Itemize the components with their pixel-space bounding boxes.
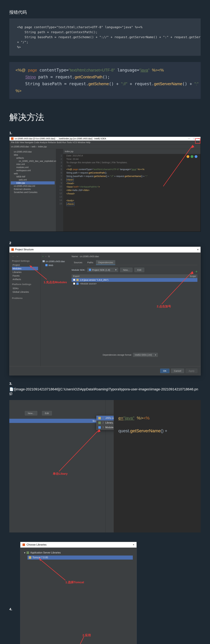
ide-title: cn.t2085.ch03.dao [D:\cn.t2085.ch03.dao]…: [15, 138, 106, 140]
tree-item[interactable]: cn.t2085.ch03.dao: [11, 150, 55, 153]
editor-tab[interactable]: index.jsp: [65, 150, 73, 153]
new-sdk-button[interactable]: New...: [120, 268, 132, 272]
annotation-tomcat: 1.选择Tomcat: [65, 580, 84, 584]
tree-item[interactable]: idea: [11, 153, 55, 156]
tomcat-item[interactable]: Tomcat 7.0.85: [27, 556, 133, 560]
tree-item[interactable]: workspace.xml: [11, 169, 55, 172]
nav-modules[interactable]: Modules: [12, 267, 38, 270]
dialog-title: Project Structure: [15, 248, 34, 251]
add-icon[interactable]: +: [42, 255, 44, 258]
tree-item[interactable]: web: [11, 172, 55, 175]
step3-editor-snippet: e="java" %><% quest.getServerName() +: [114, 400, 201, 532]
forward-icon[interactable]: →: [16, 255, 18, 258]
remove-icon[interactable]: −: [45, 255, 47, 258]
folder-icon: [43, 260, 45, 262]
tree-item[interactable]: Scratches and Consoles: [11, 191, 55, 194]
dep-checkbox[interactable]: [73, 282, 75, 284]
module-icon: [76, 282, 79, 285]
status-info-icon: [195, 155, 198, 158]
app-icon: [11, 138, 13, 140]
new-button[interactable]: New...: [25, 411, 37, 416]
dialog-icon: [11, 248, 14, 251]
tree-item[interactable]: index.jsp: [11, 181, 55, 184]
step-1-number: 1.: [9, 131, 201, 135]
back-icon[interactable]: ←: [12, 255, 14, 258]
tab-dependencies[interactable]: Dependencies: [96, 260, 115, 265]
dialog-titlebar: Project Structure ×: [9, 247, 201, 252]
ide-menu-bar[interactable]: File Edit View Navigate Code Analyze Ref…: [9, 140, 201, 144]
nav-group-project: Project Settings: [12, 260, 38, 262]
tree-item[interactable]: misc.xml: [11, 163, 55, 166]
sdk-icon: [89, 269, 91, 271]
ide-window: cn.t2085.ch03.dao [D:\cn.t2085.ch03.dao]…: [9, 136, 201, 232]
red-arrow-tomcat: [37, 557, 69, 582]
add-dependency-button[interactable]: +: [195, 270, 198, 274]
apply-button[interactable]: Apply: [186, 368, 198, 373]
cl-close-icon[interactable]: ×: [133, 543, 134, 546]
lib-icon: [98, 422, 101, 424]
step-3-number: 3.: [9, 382, 201, 386]
ps-sidebar[interactable]: ←→ Project Settings Project Modules Libr…: [9, 252, 41, 366]
tree-item[interactable]: External Libraries: [11, 188, 55, 191]
module-icon: [98, 426, 101, 429]
nav-libraries[interactable]: Libraries: [12, 270, 38, 274]
dialog-close-icon[interactable]: ×: [197, 248, 199, 251]
sdk-select[interactable]: Project SDK (1.8)▾: [87, 268, 118, 272]
module-web[interactable]: Web: [41, 263, 69, 267]
image-path-text: 📄![image-20210914210718646](C:\Users\O2\…: [9, 387, 201, 395]
module-item[interactable]: cn.t2085.ch03.dao: [41, 260, 69, 263]
dependency-row[interactable]: 1.8 (java version "1.8.0_291"): [72, 278, 198, 282]
scope-header: Scope: [190, 275, 196, 278]
module-list[interactable]: +−⧉ cn.t2085.ch03.dao Web: [41, 252, 69, 366]
lib-group[interactable]: ▾Application Server Libraries: [24, 551, 133, 555]
tree-item[interactable]: WEB-INF: [11, 175, 55, 178]
ok-button[interactable]: OK: [160, 368, 169, 373]
cl-titlebar: Choose Libraries ×: [20, 542, 136, 548]
minimize-icon[interactable]: —: [188, 138, 190, 140]
nav-group-platform: Platform Settings: [12, 283, 38, 286]
annotation-apply: 2.应用: [83, 633, 91, 637]
cancel-button[interactable]: Cancel: [171, 368, 184, 373]
tree-item[interactable]: web.xml: [11, 178, 55, 181]
project-tree[interactable]: cn.t2085.ch03.daoideaartifactscn_t2085_c…: [9, 149, 56, 232]
edit-sdk-button[interactable]: Edit: [134, 268, 144, 272]
name-label: Name:: [72, 255, 79, 258]
tree-item[interactable]: cn.t2085.ch03.dao.iml: [11, 184, 55, 188]
error-code-block: <%@ page contentType="text/html;charset=…: [9, 18, 201, 56]
dep-checkbox[interactable]: [73, 279, 75, 281]
copy-icon[interactable]: ⧉: [48, 255, 50, 258]
editor-pane[interactable]: index.jsp 123456789101112131415 Date: 20…: [56, 149, 201, 232]
svg-line-10: [62, 636, 84, 644]
name-value: cn.t2085.ch03.dao: [80, 255, 99, 258]
chevron-down-icon: ▾: [115, 268, 116, 271]
edit-button[interactable]: Edit: [42, 411, 52, 416]
step-2-number: 2: [9, 241, 201, 245]
ide-titlebar: cn.t2085.ch03.dao [D:\cn.t2085.ch03.dao]…: [9, 137, 201, 140]
maximize-icon[interactable]: □: [193, 138, 195, 140]
tab-paths[interactable]: Paths: [85, 260, 95, 265]
storage-select[interactable]: IntelliJ IDEA (.iml)▾: [133, 353, 158, 357]
svg-line-6: [59, 429, 100, 472]
nav-problems[interactable]: Problems: [12, 297, 38, 300]
tab-sources[interactable]: Sources: [72, 260, 85, 265]
tree-item[interactable]: cn_t2085_ch03_dao_war_exploded.xml: [11, 160, 55, 163]
chevron-down-icon: ▾: [24, 551, 25, 554]
nav-project[interactable]: Project: [12, 263, 38, 267]
tree-item[interactable]: artifacts: [11, 156, 55, 160]
nav-facets[interactable]: Facets: [12, 274, 38, 278]
annotation-1: 1.先点击Modules: [44, 280, 67, 284]
error-code-heading: 报错代码: [9, 9, 201, 15]
step-4-number: 4.: [9, 607, 12, 611]
sdk-label: Module SDK:: [72, 268, 85, 271]
module-details: Name: cn.t2085.ch03.dao Sources Paths De…: [69, 252, 201, 366]
solution-heading: 解决方法: [9, 112, 201, 123]
project-structure-dialog: Project Structure × ←→ Project Settings …: [9, 246, 201, 376]
cl-title-text: Choose Libraries: [26, 543, 47, 546]
nav-sdks[interactable]: SDKs: [12, 286, 38, 290]
nav-global-libs[interactable]: Global Libraries: [12, 290, 38, 294]
tree-item[interactable]: modules.xml: [11, 166, 55, 169]
lib-icon: [76, 279, 79, 281]
nav-artifacts[interactable]: Artifacts: [12, 278, 38, 281]
dependency-row[interactable]: <Module source>: [72, 282, 198, 286]
jar-icon: [98, 417, 101, 419]
